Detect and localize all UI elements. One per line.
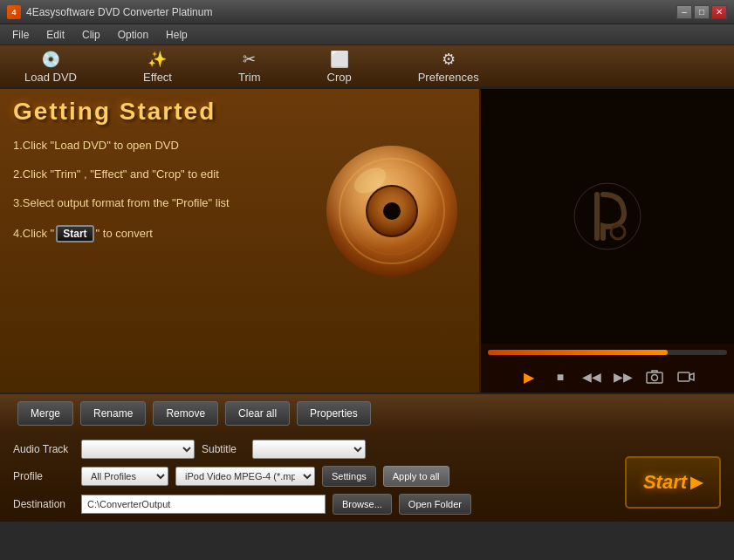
toolbar-crop[interactable]: ⬜ Crop — [320, 46, 359, 87]
toolbar: 💿 Load DVD ✨ Effect ✂ Trim ⬜ Crop ⚙ Pref… — [0, 45, 734, 89]
bottom-area: Audio Track Subtitle Profile All Profile… — [0, 433, 734, 522]
start-arrow-icon: ▶ — [690, 473, 703, 492]
title-bar-left: 4 4Easysoftware DVD Converter Platinum — [7, 5, 212, 19]
play-button[interactable]: ▶ — [518, 366, 539, 387]
toolbar-preferences-label: Preferences — [418, 71, 479, 84]
step-3: 3.Select output format from the "Profile… — [13, 196, 466, 209]
rename-button[interactable]: Rename — [80, 401, 146, 426]
menu-edit[interactable]: Edit — [38, 27, 73, 43]
video-progress[interactable] — [481, 344, 734, 361]
action-buttons: Merge Rename Remove Clear all Properties — [0, 394, 734, 433]
merge-button[interactable]: Merge — [17, 401, 73, 426]
app-icon: 4 — [7, 5, 21, 19]
toolbar-effect[interactable]: ✨ Effect — [136, 46, 179, 87]
video-preview — [481, 89, 734, 344]
rewind-button[interactable]: ◀◀ — [581, 366, 602, 387]
load-dvd-icon: 💿 — [41, 50, 60, 69]
toolbar-trim-label: Trim — [238, 71, 261, 84]
svg-point-9 — [611, 225, 625, 239]
camera-button[interactable] — [676, 366, 696, 387]
step-2: 2.Click "Trim" , "Effect" and "Crop" to … — [13, 167, 466, 181]
toolbar-load-dvd-label: Load DVD — [24, 71, 77, 84]
subtitle-select[interactable] — [252, 440, 366, 459]
progress-bar-fill — [488, 350, 668, 355]
logo-watermark-svg — [573, 181, 642, 251]
remove-button[interactable]: Remove — [153, 401, 218, 426]
browse-button[interactable]: Browse... — [333, 494, 392, 515]
audio-subtitle-row: Audio Track Subtitle — [13, 440, 721, 459]
crop-icon: ⬜ — [330, 50, 349, 69]
close-button[interactable]: ✕ — [711, 5, 727, 19]
start-button-text: Start — [643, 471, 687, 494]
toolbar-trim[interactable]: ✂ Trim — [231, 46, 268, 87]
bottom-controls: Audio Track Subtitle Profile All Profile… — [0, 433, 734, 522]
audio-track-label: Audio Track — [13, 443, 74, 455]
menu-clip[interactable]: Clip — [73, 27, 109, 43]
menu-bar: File Edit Clip Option Help — [0, 24, 734, 45]
getting-started-title: Getting Started — [13, 98, 466, 126]
progress-bar-container[interactable] — [488, 350, 727, 355]
properties-button[interactable]: Properties — [297, 401, 371, 426]
right-panel: ▶ ■ ◀◀ ▶▶ — [481, 89, 734, 393]
trim-icon: ✂ — [243, 50, 256, 69]
minimize-button[interactable]: – — [676, 5, 692, 19]
profile-row: Profile All Profiles iPod Video MPEG-4 (… — [13, 466, 721, 487]
title-bar-controls: – □ ✕ — [676, 5, 727, 19]
left-panel: Getting Started 1.Click "Load DVD" to op… — [0, 89, 481, 393]
profile-select[interactable]: All Profiles — [81, 467, 168, 486]
video-controls: ▶ ■ ◀◀ ▶▶ — [481, 361, 734, 393]
stop-button[interactable]: ■ — [550, 366, 571, 387]
effect-icon: ✨ — [147, 50, 167, 69]
menu-file[interactable]: File — [3, 27, 38, 43]
screenshot-button[interactable] — [644, 366, 665, 387]
menu-option[interactable]: Option — [109, 27, 157, 43]
title-bar: 4 4Easysoftware DVD Converter Platinum –… — [0, 0, 734, 24]
maximize-button[interactable]: □ — [694, 5, 710, 19]
main-content: Getting Started 1.Click "Load DVD" to op… — [0, 89, 734, 394]
subtitle-label: Subtitle — [202, 443, 245, 455]
menu-help[interactable]: Help — [157, 27, 196, 43]
format-select[interactable]: iPod Video MPEG-4 (*.mp4) — [175, 467, 315, 486]
destination-input[interactable] — [81, 495, 326, 514]
svg-point-11 — [652, 375, 658, 381]
toolbar-crop-label: Crop — [327, 71, 352, 84]
destination-row: Destination Browse... Open Folder — [13, 494, 721, 515]
preferences-icon: ⚙ — [442, 50, 456, 69]
start-badge: Start — [56, 225, 93, 242]
fast-forward-button[interactable]: ▶▶ — [613, 366, 634, 387]
audio-track-select[interactable] — [81, 440, 195, 459]
camera-icon — [677, 370, 695, 384]
apply-to-all-button[interactable]: Apply to all — [383, 466, 449, 487]
step-1: 1.Click "Load DVD" to open DVD — [13, 139, 466, 152]
profile-label: Profile — [13, 470, 74, 482]
toolbar-preferences[interactable]: ⚙ Preferences — [411, 46, 486, 87]
start-button[interactable]: Start ▶ — [625, 456, 721, 509]
screenshot-icon — [646, 370, 663, 384]
open-folder-button[interactable]: Open Folder — [399, 494, 471, 515]
steps-list: 1.Click "Load DVD" to open DVD 2.Click "… — [13, 139, 466, 242]
destination-label: Destination — [13, 498, 74, 510]
app-title: 4Easysoftware DVD Converter Platinum — [26, 6, 212, 18]
step-4: 4.Click "Start" to convert — [13, 225, 466, 242]
svg-rect-12 — [678, 372, 689, 381]
toolbar-effect-label: Effect — [143, 71, 172, 84]
clear-all-button[interactable]: Clear all — [225, 401, 290, 426]
settings-button[interactable]: Settings — [322, 466, 376, 487]
toolbar-load-dvd[interactable]: 💿 Load DVD — [17, 46, 84, 87]
